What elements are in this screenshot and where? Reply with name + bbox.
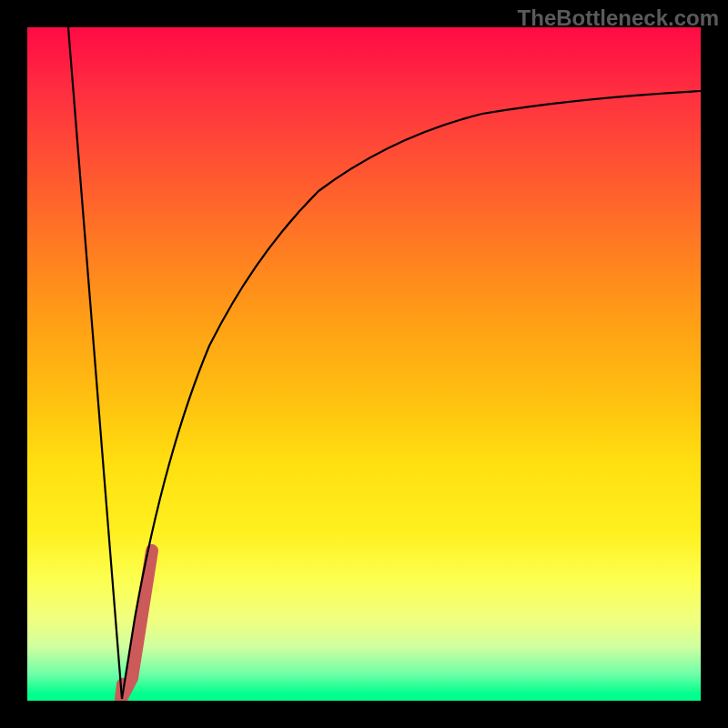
chart-overlay (27, 27, 701, 701)
ascending-curve (122, 91, 701, 699)
plot-area (27, 27, 701, 701)
descending-branch (68, 27, 122, 699)
watermark-text: TheBottleneck.com (518, 5, 719, 31)
